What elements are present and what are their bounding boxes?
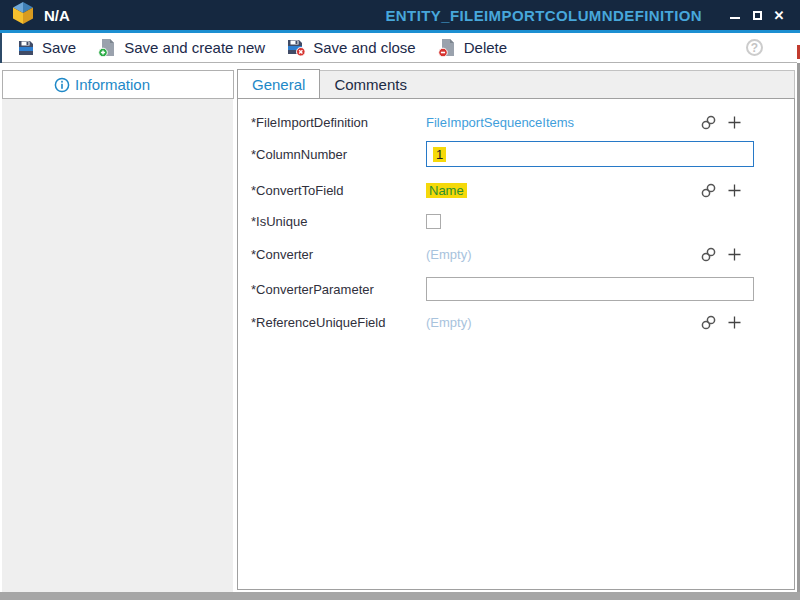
toolbar: Save Save and create new Save and close xyxy=(0,33,797,63)
save-button[interactable]: Save xyxy=(6,34,87,62)
field-label: *ConvertToField xyxy=(251,183,426,198)
minimize-button[interactable] xyxy=(724,4,746,26)
link-icon[interactable] xyxy=(700,246,717,263)
help-icon[interactable]: ? xyxy=(746,39,763,56)
entity-title: ENTITY_FILEIMPORTCOLUMNDEFINITION xyxy=(385,7,702,24)
field-row-converter: *Converter (Empty) xyxy=(238,239,794,269)
sidebar-background xyxy=(2,99,233,592)
field-label: *FileImportDefinition xyxy=(251,115,426,130)
save-label: Save xyxy=(42,39,76,56)
field-row-converttofield: *ConvertToField Name xyxy=(238,175,794,205)
tab-general[interactable]: General xyxy=(237,69,320,98)
columnnumber-input[interactable]: 1 xyxy=(426,141,754,167)
save-and-create-icon xyxy=(98,38,117,57)
converterparameter-input[interactable] xyxy=(426,277,754,301)
add-icon[interactable] xyxy=(727,115,742,130)
window-bottom-border xyxy=(0,592,800,600)
general-tab-panel: *FileImportDefinition FileImportSequence… xyxy=(237,98,795,590)
window-controls: ✕ xyxy=(724,4,790,26)
fileimportdefinition-link[interactable]: FileImportSequenceItems xyxy=(426,115,574,130)
close-button[interactable]: ✕ xyxy=(768,4,790,26)
field-label: *ColumnNumber xyxy=(251,147,426,162)
info-icon xyxy=(54,77,70,93)
field-label: *IsUnique xyxy=(251,214,426,229)
converter-value[interactable]: (Empty) xyxy=(426,247,472,262)
link-icon[interactable] xyxy=(700,114,717,131)
converttofield-value[interactable]: Name xyxy=(426,183,467,198)
save-and-close-button[interactable]: Save and close xyxy=(276,34,427,62)
save-and-create-label: Save and create new xyxy=(124,39,265,56)
app-logo-icon xyxy=(13,2,33,29)
title-bar: N/A ENTITY_FILEIMPORTCOLUMNDEFINITION ✕ xyxy=(0,0,800,30)
save-icon xyxy=(17,39,35,57)
add-icon[interactable] xyxy=(727,315,742,330)
field-row-columnnumber: *ColumnNumber 1 xyxy=(238,137,794,171)
field-row-converterparameter: *ConverterParameter xyxy=(238,273,794,305)
field-label: *ReferenceUniqueField xyxy=(251,315,426,330)
field-label: *Converter xyxy=(251,247,426,262)
link-icon[interactable] xyxy=(700,314,717,331)
field-row-referenceuniquefield: *ReferenceUniqueField (Empty) xyxy=(238,307,794,337)
delete-label: Delete xyxy=(464,39,507,56)
sidebar-item-information[interactable]: Information xyxy=(2,70,234,99)
save-and-close-label: Save and close xyxy=(313,39,416,56)
window-title: N/A xyxy=(44,7,70,24)
add-icon[interactable] xyxy=(727,247,742,262)
sidebar-item-label: Information xyxy=(75,76,150,93)
save-and-create-button[interactable]: Save and create new xyxy=(87,34,276,62)
tab-strip: General Comments xyxy=(237,70,795,98)
save-and-close-icon xyxy=(287,38,306,57)
highlighted-value: 1 xyxy=(433,147,446,162)
referenceuniquefield-value[interactable]: (Empty) xyxy=(426,315,472,330)
delete-button[interactable]: Delete xyxy=(427,34,518,62)
field-row-isunique: *IsUnique xyxy=(238,207,794,235)
field-row-fileimportdefinition: *FileImportDefinition FileImportSequence… xyxy=(238,107,794,137)
delete-icon xyxy=(438,38,457,57)
add-icon[interactable] xyxy=(727,183,742,198)
sidebar: Information xyxy=(0,63,237,592)
isunique-checkbox[interactable] xyxy=(426,214,441,229)
tab-comments[interactable]: Comments xyxy=(320,70,421,98)
maximize-button[interactable] xyxy=(746,4,768,26)
field-label: *ConverterParameter xyxy=(251,282,426,297)
link-icon[interactable] xyxy=(700,182,717,199)
